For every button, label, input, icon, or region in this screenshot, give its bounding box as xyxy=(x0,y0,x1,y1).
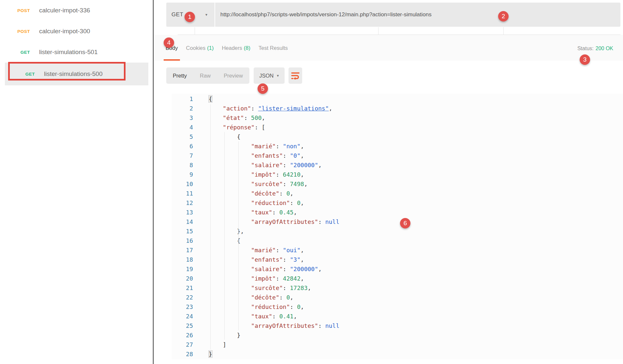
line-number: 2 xyxy=(172,104,193,113)
line-number: 21 xyxy=(172,283,193,293)
collection-sidebar: POSTcalculer-impot-336POSTcalculer-impot… xyxy=(0,0,153,364)
tab-test-results[interactable]: Test Results xyxy=(257,36,290,61)
chevron-down-icon: ▾ xyxy=(205,12,207,17)
code-line: 15 }, xyxy=(172,226,623,236)
annotation-badge-6: 6 xyxy=(400,218,410,228)
chevron-down-icon: ▾ xyxy=(277,73,279,78)
line-number: 18 xyxy=(172,255,193,264)
code-text: "marié": "oui", xyxy=(193,245,304,255)
line-number: 14 xyxy=(172,217,193,226)
code-text: "réponse": [ xyxy=(193,123,265,132)
code-text: "surcôte": 17283, xyxy=(193,283,311,293)
annotation-badge-5: 5 xyxy=(258,83,268,94)
code-text: "réduction": 0, xyxy=(193,302,304,312)
tab-count: (1) xyxy=(207,45,214,51)
request-name: calculer-impot-300 xyxy=(39,28,90,35)
line-number: 4 xyxy=(172,123,193,132)
indent-guide xyxy=(210,104,211,349)
code-text: } xyxy=(193,330,241,340)
method-badge: GET xyxy=(7,50,30,55)
request-name: calculer-impot-336 xyxy=(39,7,90,14)
code-line: 19 "salaire": "200000", xyxy=(172,264,623,274)
code-text: "taux": 0.41, xyxy=(193,312,297,321)
line-number: 23 xyxy=(172,302,193,312)
tab-headers[interactable]: Headers(8) xyxy=(220,36,252,61)
code-text: "arrayOfAttributes": null xyxy=(193,217,339,226)
line-number: 10 xyxy=(172,179,193,189)
wrap-text-icon xyxy=(291,72,300,80)
line-number: 25 xyxy=(172,321,193,330)
json-code: 1{2 "action": "lister-simulations",3 "ét… xyxy=(172,94,623,359)
url-text: http://localhost/php7/scripts-web/impots… xyxy=(220,11,432,18)
code-text: "état": 500, xyxy=(193,113,265,123)
postman-window: POSTcalculer-impot-336POSTcalculer-impot… xyxy=(0,0,623,364)
params-table-strip xyxy=(178,27,620,35)
tab-count: (8) xyxy=(244,45,250,51)
tab-label: Headers xyxy=(222,45,242,51)
wrap-text-button[interactable] xyxy=(289,67,302,84)
response-body-editor[interactable]: 1{2 "action": "lister-simulations",3 "ét… xyxy=(172,94,623,359)
line-number: 24 xyxy=(172,312,193,321)
view-mode-raw[interactable]: Raw xyxy=(193,67,217,84)
line-number: 28 xyxy=(172,349,193,359)
line-number: 20 xyxy=(172,274,193,283)
line-number: 7 xyxy=(172,151,193,160)
url-input[interactable]: http://localhost/php7/scripts-web/impots… xyxy=(215,3,620,27)
sidebar-item-lister-simulations-501[interactable]: GETlister-simulations-501 xyxy=(0,42,153,63)
status-label: Status: xyxy=(577,46,594,51)
code-line: 5 { xyxy=(172,132,623,141)
line-number: 9 xyxy=(172,170,193,179)
code-text: } xyxy=(193,349,212,359)
sidebar-item-calculer-impot-300[interactable]: POSTcalculer-impot-300 xyxy=(0,21,153,42)
indent-guide xyxy=(224,132,225,340)
tab-cookies[interactable]: Cookies(1) xyxy=(184,36,216,61)
line-number: 3 xyxy=(172,113,193,123)
code-line: 14 "arrayOfAttributes": null xyxy=(172,217,623,226)
code-line: 7 "enfants": "0", xyxy=(172,151,623,160)
line-number: 6 xyxy=(172,141,193,151)
view-mode-pretty[interactable]: Pretty xyxy=(166,67,193,84)
code-text: }, xyxy=(193,226,244,236)
line-number: 27 xyxy=(172,340,193,349)
code-line: 17 "marié": "oui", xyxy=(172,245,623,255)
code-line: 25 "arrayOfAttributes": null xyxy=(172,321,623,330)
format-select[interactable]: JSON ▾ xyxy=(254,67,285,84)
code-line: 26 } xyxy=(172,330,623,340)
body-view-toolbar: PrettyRawPreview JSON ▾ xyxy=(166,67,302,84)
code-line: 1{ xyxy=(172,94,623,104)
code-line: 22 "décôte": 0, xyxy=(172,293,623,302)
line-number: 19 xyxy=(172,264,193,274)
format-label: JSON xyxy=(259,73,274,79)
column-divider xyxy=(378,27,378,35)
line-number: 26 xyxy=(172,330,193,340)
code-line: 6 "marié": "non", xyxy=(172,141,623,151)
code-line: 11 "décôte": 0, xyxy=(172,189,623,198)
response-tabs: BodyCookies(1)Headers(8)Test Results xyxy=(164,36,294,61)
line-number: 16 xyxy=(172,236,193,245)
code-text: "impôt": 64210, xyxy=(193,170,304,179)
line-number: 1 xyxy=(172,94,193,104)
code-line: 20 "impôt": 42842, xyxy=(172,274,623,283)
code-line: 23 "réduction": 0, xyxy=(172,302,623,312)
code-text: { xyxy=(193,132,241,141)
line-number: 17 xyxy=(172,245,193,255)
sidebar-item-calculer-impot-336[interactable]: POSTcalculer-impot-336 xyxy=(0,0,153,21)
annotation-badge-3: 3 xyxy=(580,54,590,65)
code-text: "enfants": "0", xyxy=(193,151,304,160)
sidebar-item-lister-simulations-500[interactable]: GETlister-simulations-500 xyxy=(5,63,148,85)
code-text: "décôte": 0, xyxy=(193,189,293,198)
code-line: 18 "enfants": "3", xyxy=(172,255,623,264)
code-text: "arrayOfAttributes": null xyxy=(193,321,339,330)
line-number: 15 xyxy=(172,226,193,236)
method-badge: POST xyxy=(7,29,30,34)
code-text: { xyxy=(193,236,241,245)
code-text: "décôte": 0, xyxy=(193,293,293,302)
tab-label: Cookies xyxy=(186,45,206,51)
code-line: 2 "action": "lister-simulations", xyxy=(172,104,623,113)
line-number: 13 xyxy=(172,208,193,217)
view-mode-group: PrettyRawPreview xyxy=(166,67,249,84)
code-line: 9 "impôt": 64210, xyxy=(172,170,623,179)
view-mode-preview[interactable]: Preview xyxy=(217,67,249,84)
code-line: 27 ] xyxy=(172,340,623,349)
code-text: "marié": "non", xyxy=(193,141,304,151)
